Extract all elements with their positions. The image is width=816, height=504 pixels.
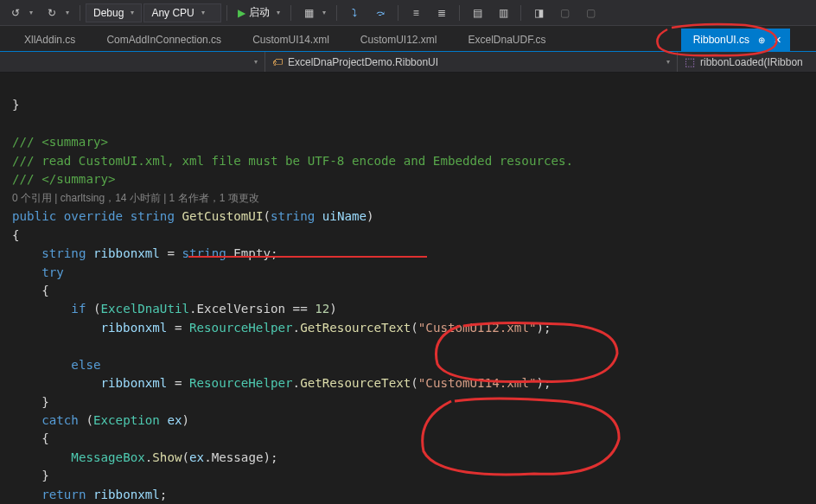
- separator: [226, 5, 227, 21]
- kw: catch: [41, 413, 79, 427]
- kw: public: [12, 209, 56, 223]
- tab-comaddinconn[interactable]: ComAddInConnection.cs: [91, 29, 237, 51]
- start-debug-button[interactable]: ▶启动▾: [233, 3, 285, 22]
- kw: return: [41, 488, 86, 501]
- type: MessageBox: [71, 450, 144, 464]
- code-nav-bar: ▾ 🏷 ExcelDnaProjectDemo.RibbonUI ▾ ⬚ rib…: [0, 52, 816, 73]
- param: uiName: [322, 209, 367, 223]
- kw: else: [71, 358, 100, 372]
- code-editor[interactable]: } /// <summary> /// read CustomUI.xml, x…: [0, 73, 816, 504]
- prop: Message: [212, 450, 264, 464]
- type: ResourceHelper: [189, 321, 293, 335]
- tb-icon-1[interactable]: ▦▾: [296, 4, 331, 22]
- bookmark3-button[interactable]: ▢: [578, 4, 602, 22]
- method: GetResourceText: [300, 376, 411, 390]
- bookmark-button[interactable]: ◨: [526, 4, 551, 22]
- method: Show: [152, 450, 182, 464]
- tab-customui14[interactable]: CustomUI14.xml: [237, 29, 345, 51]
- nav-class-dropdown[interactable]: 🏷 ExcelDnaProjectDemo.RibbonUI ▾: [265, 52, 678, 72]
- close-icon[interactable]: ✕: [774, 35, 781, 46]
- kw: string: [131, 209, 175, 223]
- kw: if: [71, 302, 86, 316]
- method-icon: ⬚: [685, 55, 695, 68]
- step-into-button[interactable]: ⤵: [342, 4, 367, 22]
- pin-icon[interactable]: ⊕: [758, 35, 765, 45]
- prop: Empty: [233, 246, 271, 260]
- nav-method-label: ribbonLoaded(IRibbon: [700, 56, 803, 68]
- solution-config-dropdown[interactable]: Debug▾: [86, 3, 142, 22]
- nav-class-label: ExcelDnaProjectDemo.RibbonUI: [288, 56, 438, 68]
- config-label: Debug: [93, 7, 124, 19]
- nav-member-dropdown[interactable]: ⬚ ribbonLoaded(IRibbon: [678, 52, 816, 72]
- nav-project-dropdown[interactable]: ▾: [0, 52, 265, 72]
- platform-label: Any CPU: [151, 7, 194, 19]
- kw: string: [41, 246, 86, 260]
- kw: try: [41, 265, 64, 279]
- class-icon: 🏷: [272, 56, 283, 68]
- separator: [80, 5, 80, 21]
- tab-label: RibbonUI.cs: [693, 34, 749, 46]
- type: Exception: [93, 413, 160, 427]
- comment: /// </summary>: [12, 172, 116, 186]
- separator: [459, 5, 460, 21]
- tab-exceldnaudf[interactable]: ExcelDnaUDF.cs: [453, 29, 562, 51]
- step-over-button[interactable]: ⤼: [368, 4, 392, 22]
- tab-customui12[interactable]: CustomUI12.xml: [345, 29, 453, 51]
- type: ResourceHelper: [189, 376, 293, 390]
- comment: /// read CustomUI.xml, xml file must be …: [12, 154, 573, 168]
- method: GetResourceText: [300, 321, 411, 335]
- main-toolbar: ↺▾ ↻▾ Debug▾ Any CPU▾ ▶启动▾ ▦▾ ⤵ ⤼ ≡ ≣ ▤ …: [0, 0, 816, 26]
- local: ribbonxml: [93, 246, 160, 260]
- comment-button[interactable]: ▤: [465, 4, 489, 22]
- code-brace: }: [12, 98, 20, 112]
- document-tabstrip: XllAddin.cs ComAddInConnection.cs Custom…: [0, 26, 816, 52]
- nav-back-button[interactable]: ↺▾: [3, 4, 38, 22]
- separator: [336, 5, 337, 21]
- uncomment-button[interactable]: ▥: [491, 4, 515, 22]
- local: ribbonxml: [93, 488, 160, 501]
- bookmark2-button[interactable]: ▢: [552, 4, 577, 22]
- kw: override: [64, 209, 123, 223]
- local: ribbonxml: [101, 376, 168, 390]
- string: "CustomUI12.xml": [418, 321, 537, 335]
- comment: /// <summary>: [12, 135, 108, 149]
- local: ex: [189, 450, 204, 464]
- tab-ribbonui[interactable]: RibbonUI.cs ⊕ ✕: [681, 29, 790, 51]
- solution-platform-dropdown[interactable]: Any CPU▾: [143, 3, 221, 22]
- local: ex: [167, 413, 182, 427]
- kw: string: [182, 246, 226, 260]
- indent-button[interactable]: ≣: [430, 4, 454, 22]
- string: "CustomUI14.xml": [418, 376, 537, 390]
- separator: [520, 5, 521, 21]
- local: ribbonxml: [101, 321, 168, 335]
- prop: ExcelVersion: [197, 302, 286, 316]
- tab-xlladdin[interactable]: XllAddin.cs: [9, 29, 91, 51]
- method-name: GetCustomUI: [182, 209, 263, 223]
- kw: string: [271, 209, 315, 223]
- separator: [398, 5, 398, 21]
- outdent-button[interactable]: ≡: [404, 4, 428, 22]
- start-label: 启动: [249, 5, 270, 20]
- type: ExcelDnaUtil: [101, 302, 190, 316]
- separator: [290, 5, 291, 21]
- nav-fwd-button[interactable]: ↻▾: [40, 4, 74, 22]
- codelens-indicator[interactable]: 0 个引用 | charltsing，14 小时前 | 1 名作者，1 项更改: [12, 188, 816, 207]
- num: 12: [315, 302, 329, 316]
